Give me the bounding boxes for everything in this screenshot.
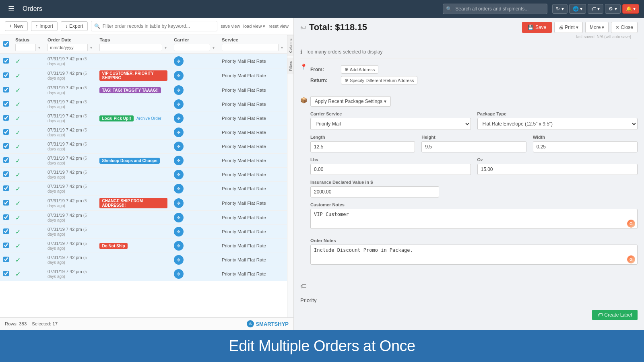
row-checkbox[interactable] (3, 72, 9, 78)
table-row[interactable]: ✓07/31/19 7:42 pm (5 days ago)✈Priority … (0, 125, 287, 140)
service-filter-input[interactable] (222, 44, 279, 51)
row-checkbox[interactable] (3, 157, 9, 163)
carrier-icon: ✈ (174, 198, 184, 208)
row-checkbox[interactable] (3, 58, 9, 64)
status-icon: ✓ (15, 171, 21, 178)
reset-view-link[interactable]: reset view (268, 24, 289, 29)
date-filter-btn[interactable]: ▾ (89, 45, 93, 50)
table-row[interactable]: ✓07/31/19 7:42 pm (5 days ago)Shmloop Do… (0, 154, 287, 168)
settings-btn[interactable]: ⚙ ▾ (605, 4, 620, 14)
row-checkbox[interactable] (3, 101, 9, 107)
length-input[interactable] (310, 141, 415, 152)
table-row[interactable]: ✓07/31/19 7:42 pm (5 days ago)✈Priority … (0, 211, 287, 225)
brand-btn[interactable]: 🏷 ▾ (588, 4, 603, 14)
date-filter-input[interactable] (47, 44, 88, 51)
import-icon: ↑ (35, 23, 38, 29)
carrier-filter-input[interactable] (174, 44, 210, 51)
service-text: Priority Mail Flat Rate (222, 116, 266, 121)
status-icon: ✓ (15, 143, 21, 150)
oz-input[interactable] (477, 164, 638, 175)
print-button[interactable]: 🖨 Print ▾ (554, 22, 583, 33)
table-row[interactable]: ✓07/31/19 7:42 pm (5 days ago)✈Priority … (0, 54, 287, 68)
archive-link[interactable]: Archive Order (136, 116, 161, 121)
row-checkbox[interactable] (3, 214, 9, 220)
customer-notes-textarea[interactable] (310, 209, 638, 229)
filters-toggle-btn[interactable]: Filters (287, 58, 293, 74)
row-checkbox[interactable] (3, 271, 9, 276)
new-button[interactable]: + New (5, 21, 28, 31)
select-all-header[interactable] (0, 35, 12, 54)
status-icon: ✓ (15, 228, 21, 235)
tags-filter-input[interactable] (99, 44, 162, 51)
select-all-checkbox[interactable] (3, 41, 9, 47)
status-filter-input[interactable] (15, 44, 36, 51)
lbs-label: Lbs (310, 157, 471, 162)
columns-toggle-btn[interactable]: Columns (287, 35, 293, 56)
grammarly-icon-2: G (627, 255, 635, 263)
hamburger-icon[interactable]: ☰ (5, 3, 18, 15)
row-checkbox[interactable] (3, 115, 9, 121)
table-row[interactable]: ✓07/31/19 7:42 pm (5 days ago)TAG! TAG! … (0, 83, 287, 97)
add-address-button[interactable]: ⊕ Add Address (341, 65, 378, 74)
close-button[interactable]: ✕ Close (611, 22, 638, 33)
apply-recent-button[interactable]: Apply Recent Package Settings ▾ (310, 96, 391, 107)
table-row[interactable]: ✓07/31/19 7:42 pm (5 days ago)✈Priority … (0, 140, 287, 154)
table-row[interactable]: ✓07/31/19 7:42 pm (5 days ago)CHANGE SHI… (0, 196, 287, 211)
lbs-input[interactable] (310, 164, 471, 175)
package-type-select[interactable]: Flat Rate Envelope (12.5" x 9.5") (477, 118, 638, 130)
status-icon: ✓ (15, 271, 21, 278)
carrier-filter-btn[interactable]: ▾ (212, 45, 215, 50)
service-filter-btn[interactable]: ▾ (280, 45, 284, 50)
row-checkbox[interactable] (3, 129, 9, 135)
create-label-button[interactable]: 🏷 Create Label (592, 310, 638, 320)
table-row[interactable]: ✓07/31/19 7:42 pm (5 days ago)Do Not Shi… (0, 239, 287, 253)
table-search-icon: 🔍 (94, 23, 100, 29)
tags-filter-btn[interactable]: ▾ (164, 45, 167, 50)
save-button[interactable]: 💾 Save (522, 22, 552, 33)
table-row[interactable]: ✓07/31/19 7:42 pm (5 days ago)✈Priority … (0, 225, 287, 239)
import-button[interactable]: ↑ Import (31, 21, 58, 31)
row-checkbox[interactable] (3, 171, 9, 177)
width-group: Width (533, 135, 638, 152)
main-layout: + New ↑ Import ↓ Export 🔍 save view load… (0, 18, 644, 330)
table-row[interactable]: ✓07/31/19 7:42 pm (5 days ago)✈Priority … (0, 182, 287, 196)
width-input[interactable] (533, 141, 638, 152)
table-row[interactable]: ✓07/31/19 7:42 pm (5 days ago)✈Priority … (0, 253, 287, 267)
table-search-input[interactable] (91, 21, 218, 31)
table-row[interactable]: ✓07/31/19 7:42 pm (5 days ago)Local Pick… (0, 111, 287, 125)
table-row[interactable]: ✓07/31/19 7:42 pm (5 days ago)VIP CUSTOM… (0, 68, 287, 83)
carrier-icon: ✈ (174, 255, 184, 265)
table-row[interactable]: ✓07/31/19 7:42 pm (5 days ago)✈Priority … (0, 97, 287, 111)
rows-count: Rows: 383 Selected: 17 (5, 321, 58, 326)
global-search-input[interactable] (443, 4, 547, 14)
service-text: Priority Mail Flat Rate (222, 272, 266, 276)
status-filter-btn[interactable]: ▾ (37, 45, 41, 50)
service-text: Priority Mail Flat Rate (222, 215, 266, 220)
row-checkbox[interactable] (3, 87, 9, 93)
bell-btn[interactable]: 🔔 ▾ (622, 4, 639, 14)
row-checkbox[interactable] (3, 243, 9, 248)
refresh-btn[interactable]: ↻ ▾ (552, 4, 567, 14)
row-checkbox[interactable] (3, 200, 9, 206)
row-checkbox[interactable] (3, 228, 9, 234)
order-date: 07/31/19 7:42 pm (47, 113, 82, 118)
save-view-link[interactable]: save view (221, 24, 240, 29)
specify-return-button[interactable]: ⊕ Specify Different Return Address (341, 76, 417, 84)
order-date: 07/31/19 7:42 pm (47, 213, 82, 218)
height-input[interactable] (421, 141, 526, 152)
globe-btn[interactable]: 🌐 ▾ (569, 4, 586, 14)
service-text: Priority Mail Flat Rate (222, 172, 266, 177)
export-button[interactable]: ↓ Export (61, 21, 88, 31)
row-checkbox[interactable] (3, 185, 9, 191)
table-row[interactable]: ✓07/31/19 7:42 pm (5 days ago)✈Priority … (0, 267, 287, 281)
order-notes-textarea[interactable] (310, 245, 638, 265)
carrier-service-select[interactable]: Priority Mail (310, 118, 471, 130)
priority-section: Priority (300, 294, 638, 306)
row-checkbox[interactable] (3, 143, 9, 149)
row-checkbox[interactable] (3, 257, 9, 262)
table-row[interactable]: ✓07/31/19 7:42 pm (5 days ago)✈Priority … (0, 168, 287, 182)
load-view-link[interactable]: load view ▾ (244, 24, 266, 29)
more-button[interactable]: More ▾ (585, 22, 609, 33)
tag-badge: Local Pick Up!! (99, 115, 133, 121)
insurance-input[interactable] (310, 186, 439, 197)
